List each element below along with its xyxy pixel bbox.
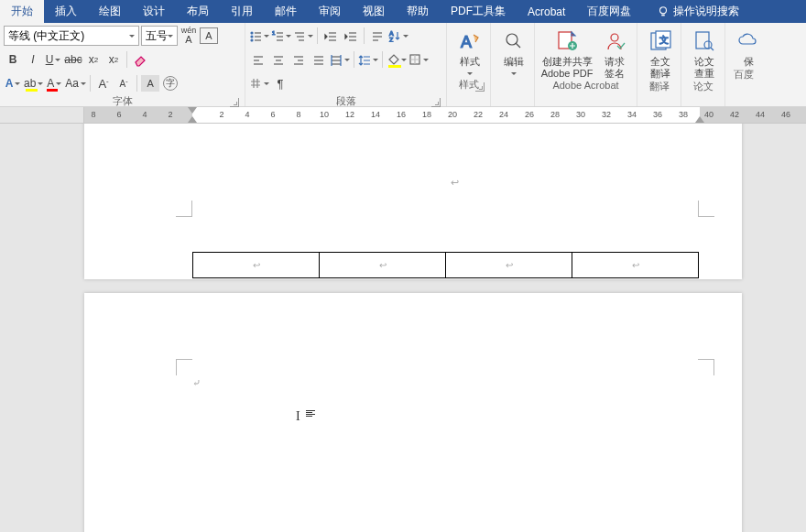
table-cell[interactable]: ↩ — [193, 253, 320, 278]
tab-acrobat[interactable]: Acrobat — [517, 0, 576, 23]
ruler-tick: 6 — [114, 110, 125, 119]
strikethrough-button[interactable]: abc — [64, 50, 82, 69]
sort-button[interactable]: AZ — [388, 27, 408, 45]
align-right-button[interactable] — [289, 50, 308, 69]
italic-button[interactable]: I — [24, 50, 42, 69]
tab-view[interactable]: 视图 — [352, 0, 396, 23]
tab-design[interactable]: 设计 — [132, 0, 176, 23]
bullets-button[interactable] — [249, 27, 269, 45]
group-editing: 编辑 — [491, 23, 535, 106]
shrink-font-button[interactable]: Aˇ — [114, 74, 133, 92]
char-shading-button[interactable]: A — [141, 75, 159, 92]
svg-text:Z: Z — [389, 37, 394, 42]
tab-home[interactable]: 开始 — [0, 0, 44, 23]
table-cell[interactable]: ↩ — [572, 253, 699, 278]
multilevel-button[interactable] — [293, 27, 313, 45]
font-size-select[interactable]: 五号 — [141, 26, 178, 46]
ruler-tick: 2 — [165, 110, 176, 119]
group-acrobat: 创建并共享 Adobe PDF 请求 签名 Adobe Acrobat — [535, 23, 637, 106]
ruler-tick: 24 — [498, 110, 509, 119]
distribute-button[interactable] — [330, 50, 350, 69]
ruler-tick: 32 — [601, 110, 612, 119]
ribbon: 等线 (中文正文) 五号 wénA A B I U abc x2 x2 A — [0, 23, 806, 107]
svg-text:A: A — [461, 33, 472, 51]
para-dialog-launcher[interactable] — [431, 98, 441, 107]
tab-references[interactable]: 引用 — [220, 0, 264, 23]
horizontal-ruler[interactable]: 8642246810121416182022242628303234363840… — [0, 107, 806, 124]
subscript-button[interactable]: x2 — [84, 50, 103, 69]
svg-text:文: 文 — [659, 35, 669, 45]
font-color-button[interactable]: A — [45, 74, 63, 92]
check-label: 论文 查重 — [694, 56, 714, 80]
font-dialog-launcher[interactable] — [230, 98, 239, 107]
document-table[interactable]: ↩↩↩↩ — [192, 252, 699, 278]
align-left-button[interactable] — [249, 50, 267, 69]
svg-point-2 — [251, 36, 253, 38]
indent-icon — [344, 29, 357, 42]
numbering-button[interactable]: 1 — [271, 27, 291, 45]
align-right-icon — [292, 53, 305, 66]
ruler-tick: 38 — [678, 110, 689, 119]
font-name-select[interactable]: 等线 (中文正文) — [4, 26, 139, 46]
tab-baidu[interactable]: 百度网盘 — [576, 0, 642, 23]
ruler-tick: 30 — [575, 110, 586, 119]
translate-button[interactable]: 文 全文 翻译 — [641, 25, 680, 80]
create-pdf-button[interactable]: 创建并共享 Adobe PDF — [539, 25, 595, 80]
change-case-button[interactable]: Aa — [65, 74, 86, 92]
doc-search-icon — [692, 29, 716, 53]
text-effects-button[interactable]: A — [4, 74, 22, 92]
char-border-button[interactable]: A — [200, 27, 218, 44]
clear-format-button[interactable] — [131, 50, 149, 69]
shading-button[interactable] — [387, 50, 407, 69]
tab-help[interactable]: 帮助 — [396, 0, 440, 23]
tell-me-search[interactable]: 操作说明搜索 — [649, 0, 746, 23]
ruler-tick: 36 — [652, 110, 663, 119]
styles-button[interactable]: A 样式 — [451, 25, 489, 78]
borders-button[interactable] — [408, 50, 429, 69]
request-sign-button[interactable]: 请求 签名 — [595, 25, 633, 80]
ruler-tick: 4 — [242, 110, 253, 119]
enclose-char-button[interactable]: 字 — [161, 74, 180, 92]
styles-label: 样式 — [460, 56, 480, 68]
svg-text:A: A — [389, 30, 394, 37]
table-cell[interactable]: ↩ — [320, 253, 446, 278]
justify-button[interactable] — [310, 50, 328, 69]
grow-font-button[interactable]: Aˆ — [94, 74, 113, 92]
snap-to-grid-button[interactable] — [249, 74, 269, 92]
document-area[interactable]: ↩↩↩↩ ↩ ⤶ I — [0, 124, 806, 532]
ltr-button[interactable] — [368, 27, 387, 45]
paragraph-mark: ↩ — [451, 177, 459, 189]
table-cell[interactable]: ↩ — [446, 253, 572, 278]
bold-button[interactable]: B — [4, 50, 22, 69]
tab-insert[interactable]: 插入 — [44, 0, 88, 23]
page-1: ↩↩↩↩ ↩ — [84, 124, 742, 279]
increase-indent-button[interactable] — [342, 27, 360, 45]
show-marks-button[interactable]: ¶ — [271, 74, 289, 92]
baidu-save-button[interactable]: 保 — [729, 25, 768, 68]
sign-label: 请求 签名 — [604, 56, 625, 80]
tab-mailings[interactable]: 邮件 — [264, 0, 308, 23]
first-line-indent-marker[interactable] — [188, 107, 197, 114]
ruler-tick: 8 — [88, 110, 99, 119]
tab-review[interactable]: 审阅 — [308, 0, 352, 23]
tab-draw[interactable]: 绘图 — [88, 0, 132, 23]
phonetic-guide-button[interactable]: wénA — [180, 27, 198, 45]
para-group-label: 段落 — [336, 95, 356, 106]
editing-button[interactable]: 编辑 — [495, 25, 533, 78]
ruler-tick: 20 — [447, 110, 458, 119]
underline-button[interactable]: U — [44, 50, 62, 69]
ruler-tick: 16 — [396, 110, 407, 119]
superscript-button[interactable]: x2 — [104, 50, 123, 69]
align-center-button[interactable] — [269, 50, 288, 69]
line-spacing-button[interactable] — [358, 50, 378, 69]
tab-pdftools[interactable]: PDF工具集 — [440, 0, 517, 23]
plagiarism-button[interactable]: 论文 查重 — [685, 25, 724, 80]
svg-point-3 — [251, 39, 253, 41]
styles-dialog-launcher[interactable] — [475, 82, 485, 92]
decrease-indent-button[interactable] — [321, 27, 340, 45]
hanging-indent-marker[interactable] — [188, 115, 197, 123]
ruler-tick: 2 — [216, 110, 227, 119]
tab-layout[interactable]: 布局 — [176, 0, 220, 23]
ruler-tick: 42 — [729, 110, 740, 119]
highlight-button[interactable]: ab — [24, 74, 43, 92]
